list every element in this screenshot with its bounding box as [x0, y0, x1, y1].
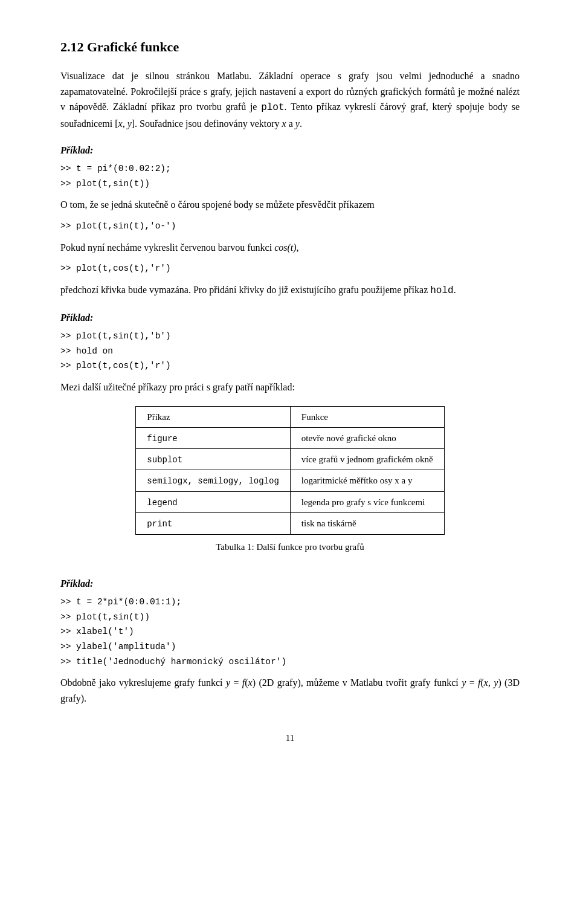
code-line-2-1: >> plot(t,sin(t),'o-') — [60, 219, 520, 234]
p3-text-pre: Pokud nyní necháme vykreslit červenou ba… — [60, 242, 274, 253]
example-2-label: Příklad: — [60, 310, 520, 326]
code-line-3-1: >> plot(t,cos(t),'r') — [60, 261, 520, 276]
code-line-4-3: >> plot(t,cos(t),'r') — [60, 358, 520, 373]
table-col-funkce: Funkce — [290, 406, 444, 427]
section-number: 2.12 — [60, 39, 84, 54]
code-block-1: >> t = pi*(0:0.02:2); >> plot(t,sin(t)) — [60, 161, 520, 191]
code-block-2: >> plot(t,sin(t),'o-') — [60, 219, 520, 234]
code-line-5-3: >> xlabel('t') — [60, 624, 520, 639]
example-3-label: Příklad: — [60, 576, 520, 592]
table-cell-cmd: subplot — [136, 449, 290, 470]
table-container: Příkaz Funkce figureotevře nové grafické… — [135, 406, 444, 565]
table-cell-desc: otevře nové grafické okno — [290, 427, 444, 448]
p4-text-post: . — [454, 285, 456, 295]
code-line-5-2: >> plot(t,sin(t)) — [60, 610, 520, 625]
paragraph-1: Visualizace dat je silnou stránkou Matla… — [60, 68, 520, 131]
code-line-4-1: >> plot(t,sin(t),'b') — [60, 329, 520, 344]
code-block-4: >> plot(t,sin(t),'b') >> hold on >> plot… — [60, 329, 520, 373]
pfinal-x: x — [248, 677, 253, 688]
table-cell-cmd: semilogx, semilogy, loglog — [136, 470, 290, 491]
p5-text: Mezi další užitečné příkazy pro práci s … — [60, 382, 295, 392]
code-ref-hold: hold — [430, 285, 453, 296]
example-1-label: Příklad: — [60, 143, 520, 158]
table-cell-cmd: figure — [136, 427, 290, 448]
section-title: Grafické funkce — [87, 39, 179, 54]
code-line-5-4: >> ylabel('amplituda') — [60, 639, 520, 654]
table-wrapper: Příkaz Funkce figureotevře nové grafické… — [60, 406, 520, 565]
p2-text: O tom, že se jedná skutečně o čárou spoj… — [60, 199, 375, 210]
code-line-5-1: >> t = 2*pi*(0:0.01:1); — [60, 595, 520, 610]
table-caption: Tabulka 1: Další funkce pro tvorbu grafů — [135, 540, 444, 554]
p3-text-post: , — [297, 242, 299, 253]
p4-text-pre: předchozí křivka bude vymazána. Pro přid… — [60, 285, 430, 295]
table-col-prikaz: Příkaz — [136, 406, 290, 427]
table-row: figureotevře nové grafické okno — [136, 427, 444, 448]
table-row: subplotvíce grafů v jednom grafickém okn… — [136, 449, 444, 470]
code-ref-plot: plot — [261, 102, 284, 113]
table-header-row: Příkaz Funkce — [136, 406, 444, 427]
code-line-5-5: >> title('Jednoduchý harmonický osciláto… — [60, 654, 520, 670]
table-cell-desc: více grafů v jednom grafickém okně — [290, 449, 444, 470]
p3-cos: cos(t) — [274, 242, 296, 253]
paragraph-5: Mezi další užitečné příkazy pro práci s … — [60, 380, 520, 395]
table-cell-desc: tisk na tiskárně — [290, 513, 444, 534]
code-line-4-2: >> hold on — [60, 344, 520, 359]
pfinal-eq2: = — [466, 677, 478, 688]
paragraph-4: předchozí křivka bude vymazána. Pro přid… — [60, 282, 520, 299]
table-cell-desc: logaritmické měřítko osy x a y — [290, 470, 444, 491]
code-block-3: >> plot(t,cos(t),'r') — [60, 261, 520, 276]
table-row: printtisk na tiskárně — [136, 513, 444, 534]
code-block-5: >> t = 2*pi*(0:0.01:1); >> plot(t,sin(t)… — [60, 595, 520, 669]
table-row: legendlegenda pro grafy s více funkcemi — [136, 491, 444, 512]
pfinal-2d: (2D grafy), můžeme v Matlabu tvořit graf… — [256, 677, 462, 688]
table-cell-cmd: print — [136, 513, 290, 534]
paragraph-3: Pokud nyní necháme vykreslit červenou ba… — [60, 240, 520, 256]
table-row: semilogx, semilogy, logloglogaritmické m… — [136, 470, 444, 491]
code-line-1-2: >> plot(t,sin(t)) — [60, 176, 520, 192]
code-line-1-1: >> t = pi*(0:0.02:2); — [60, 161, 520, 176]
page-number: 11 — [60, 731, 520, 745]
pfinal-math1: y — [226, 677, 230, 688]
pfinal-pre: Obdobně jako vykreslujeme grafy funkcí — [60, 677, 226, 688]
pfinal-eq1: = — [230, 677, 242, 688]
pfinal-xy2: x, y — [484, 677, 498, 688]
paragraph-2: O tom, že se jedná skutečně o čárou spoj… — [60, 197, 520, 213]
commands-table: Příkaz Funkce figureotevře nové grafické… — [135, 406, 444, 535]
table-cell-cmd: legend — [136, 491, 290, 512]
table-cell-desc: legenda pro grafy s více funkcemi — [290, 491, 444, 512]
section-heading: 2.12 Grafické funkce — [60, 36, 520, 57]
paragraph-final: Obdobně jako vykreslujeme grafy funkcí y… — [60, 675, 520, 706]
